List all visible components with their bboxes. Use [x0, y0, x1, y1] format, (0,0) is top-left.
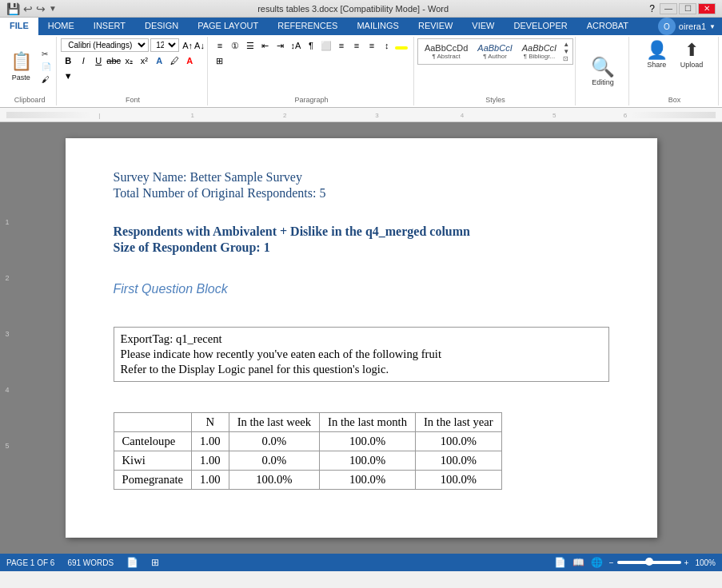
justify-button[interactable]: ≡ [365, 38, 379, 53]
tab-developer[interactable]: DEVELOPER [504, 18, 576, 35]
user-dropdown-icon[interactable]: ▼ [709, 23, 716, 30]
page-info: PAGE 1 OF 6 [6, 558, 54, 567]
shading-button[interactable] [395, 46, 408, 50]
styles-scroll[interactable]: ▲ ▼ ⊡ [561, 41, 571, 62]
redo-icon[interactable]: ↪ [36, 2, 46, 15]
bold-button[interactable]: B [61, 54, 75, 68]
save-icon[interactable]: 💾 [6, 2, 20, 15]
copy-button[interactable]: 📄 [38, 61, 54, 73]
align-center-button[interactable]: ≡ [334, 38, 349, 53]
tab-home[interactable]: HOME [38, 18, 84, 35]
style-bibliography[interactable]: AaBbCcI ¶ Bibliogr... [517, 42, 561, 62]
cut-button[interactable]: ✂ [38, 48, 54, 60]
clipboard-col: ✂ 📄 🖌 [38, 48, 54, 85]
tab-file[interactable]: FILE [0, 18, 38, 35]
tab-review[interactable]: REVIEW [409, 18, 462, 35]
user-info[interactable]: O oirera1 ▼ [658, 18, 716, 35]
style-abstract-label: ¶ Abstract [432, 53, 460, 60]
cell-canteloupe-name: Canteloupe [114, 432, 192, 451]
bullets-button[interactable]: ≡ [213, 38, 227, 53]
style-author[interactable]: AaBbCcI ¶ Author [473, 42, 517, 62]
align-right-button[interactable]: ≡ [349, 38, 364, 53]
underline-button[interactable]: U [91, 54, 106, 68]
tab-page-layout[interactable]: PAGE LAYOUT [188, 18, 268, 35]
view-mode-read[interactable]: 📖 [572, 557, 584, 568]
quick-access-toolbar[interactable]: 💾 ↩ ↪ ▼ [6, 2, 57, 15]
font-grow-icon[interactable]: A↑ [182, 41, 193, 50]
increase-indent-button[interactable]: ⇥ [273, 38, 288, 53]
close-button[interactable]: ✕ [698, 3, 716, 14]
style-abstract[interactable]: AaBbCcDd ¶ Abstract [420, 42, 473, 62]
style-author-label: ¶ Author [483, 53, 507, 60]
numbering-button[interactable]: ① [228, 38, 242, 53]
cell-kiwi-week: 0.0% [229, 451, 319, 471]
tab-references[interactable]: REFERENCES [268, 18, 347, 35]
format-painter-button[interactable]: 🖌 [38, 74, 54, 85]
share-button[interactable]: 👤 Share [641, 38, 672, 70]
sort-button[interactable]: ↕A [289, 38, 303, 53]
help-icon[interactable]: ? [649, 3, 655, 14]
paragraph-group: ≡ ① ☰ ⇤ ⇥ ↕A ¶ ⬜ ≡ ≡ ≡ ↕ ⊞ Paragraph [209, 37, 414, 105]
borders-button[interactable]: ⊞ [213, 54, 227, 68]
tab-mailings[interactable]: MAILINGS [347, 18, 409, 35]
zoom-slider[interactable] [617, 561, 681, 564]
styles-up-icon[interactable]: ▲ [563, 41, 569, 48]
status-right: 📄 📖 🌐 − + 100% [554, 557, 716, 568]
text-highlight-button[interactable]: 🖊 [167, 54, 181, 68]
font-size-select[interactable]: 12 [150, 38, 179, 52]
col-header-year: In the last year [415, 413, 501, 432]
table-row: Pomegranate 1.00 100.0% 100.0% 100.0% [114, 471, 501, 490]
restore-button[interactable]: ☐ [679, 3, 696, 14]
paste-button[interactable]: 📋 Paste [5, 48, 37, 85]
tab-view[interactable]: VIEW [462, 18, 504, 35]
respondents-ambivalent: Respondents with Ambivalent + Dislike in… [114, 224, 609, 239]
font-name-select[interactable]: Calibri (Headings) [61, 38, 149, 52]
document-page: Survey Name: Better Sample Survey Total … [66, 138, 657, 538]
tab-insert[interactable]: INSERT [84, 18, 135, 35]
editing-button[interactable]: 🔍 Editing [588, 53, 618, 89]
strikethrough-button[interactable]: abc [106, 54, 121, 68]
italic-button[interactable]: I [76, 54, 90, 68]
status-icon-1[interactable]: 📄 [126, 557, 138, 568]
font-group: Calibri (Headings) 12 A↑ A↓ B I U abc x₂… [58, 37, 208, 105]
section-title: First Question Block [114, 282, 609, 296]
cell-pomegranate-name: Pomegranate [114, 471, 192, 490]
cell-pomegranate-n: 1.00 [192, 471, 229, 490]
multilevel-list-button[interactable]: ☰ [243, 38, 257, 53]
styles-down-icon[interactable]: ▼ [563, 48, 569, 55]
show-marks-button[interactable]: ¶ [304, 38, 318, 53]
upload-button[interactable]: ⬆ Upload [676, 38, 708, 70]
align-left-button[interactable]: ⬜ [319, 38, 333, 53]
zoom-out-button[interactable]: − [609, 558, 614, 567]
title-bar: 💾 ↩ ↪ ▼ results tables 3.docx [Compatibi… [0, 0, 722, 18]
text-effects-button[interactable]: A [152, 54, 166, 68]
font-color-button[interactable]: A [182, 54, 197, 68]
decrease-indent-button[interactable]: ⇤ [258, 38, 273, 53]
zoom-in-button[interactable]: + [684, 558, 689, 567]
tab-design[interactable]: DESIGN [135, 18, 188, 35]
export-tag: ExportTag: q1_recent [121, 332, 602, 346]
subscript-button[interactable]: x₂ [122, 54, 136, 68]
share-label: Share [647, 61, 666, 69]
window-controls[interactable]: — ☐ ✕ [660, 3, 716, 14]
status-icon-2[interactable]: ⊞ [151, 557, 159, 568]
tab-acrobat[interactable]: ACROBAT [577, 18, 638, 35]
view-mode-web[interactable]: 🌐 [591, 557, 603, 568]
paste-icon: 📋 [10, 51, 32, 72]
display-logic: Refer to the Display Logic panel for thi… [121, 363, 602, 376]
zoom-thumb [645, 558, 653, 566]
undo-icon[interactable]: ↩ [23, 2, 33, 15]
font-shrink-icon[interactable]: A↓ [194, 41, 205, 50]
question-text: Please indicate how recently you've eate… [121, 348, 602, 361]
style-abstract-preview: AaBbCcDd [425, 43, 468, 53]
styles-more-icon[interactable]: ⊡ [563, 55, 569, 62]
line-spacing-button[interactable]: ↕ [380, 38, 394, 53]
view-mode-print[interactable]: 📄 [554, 557, 566, 568]
font-label: Font [126, 94, 140, 104]
dropdown-icon[interactable]: ▼ [49, 4, 57, 13]
box-group: 👤 Share ⬆ Upload Box [631, 37, 719, 105]
box-buttons: 👤 Share ⬆ Upload [641, 38, 708, 70]
minimize-button[interactable]: — [660, 3, 677, 14]
font-color-dropdown[interactable]: ▼ [61, 69, 75, 83]
superscript-button[interactable]: x² [137, 54, 151, 68]
